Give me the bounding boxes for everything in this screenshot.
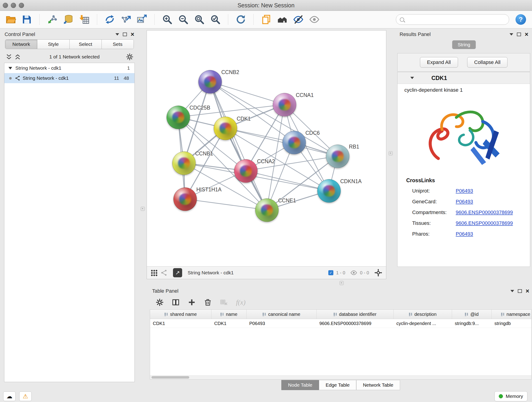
table-cell[interactable]: CDK1 (150, 319, 211, 328)
import-network-database-icon[interactable] (62, 13, 75, 26)
cloud-button[interactable]: ☁ (3, 391, 16, 401)
network-overview-icon[interactable] (161, 269, 167, 276)
column-header-database-identifier[interactable]: database identifier (317, 310, 394, 319)
network-canvas[interactable]: CCNB2CCNA1CDC25BCDK1CDC6RB1CCNB1CCNA2CDK… (147, 31, 386, 266)
crosslink-value-link[interactable]: P06493 (456, 188, 473, 194)
column-header-namespace[interactable]: namespace (492, 310, 532, 319)
crosslink-value-link[interactable]: 9606.ENSP00000378699 (456, 210, 513, 216)
expand-all-button[interactable]: Expand All (420, 57, 458, 68)
hide-selected-icon[interactable] (292, 13, 304, 26)
save-icon[interactable] (21, 13, 33, 26)
tab-string[interactable]: String (452, 40, 476, 49)
table-cell[interactable]: 9606.ENSP00000378699 (317, 319, 394, 328)
panel-close-icon[interactable]: × (526, 288, 529, 294)
network-node-CCNE1[interactable] (255, 198, 279, 222)
network-node-CDK1[interactable] (214, 117, 237, 140)
selected-checkbox-icon[interactable]: ✓ (328, 270, 333, 275)
network-node-CDC25B[interactable] (167, 106, 190, 129)
column-header-@id[interactable]: @id (452, 310, 492, 319)
column-header-name[interactable]: name (211, 310, 247, 319)
tab-node-table[interactable]: Node Table (281, 380, 319, 390)
network-node-CDKN1A[interactable] (317, 179, 341, 203)
delete-column-icon[interactable] (204, 298, 212, 306)
swap-networks-icon[interactable] (104, 13, 116, 26)
zoom-in-icon[interactable] (161, 13, 173, 26)
network-visible-dot[interactable] (9, 77, 12, 80)
panel-float-icon[interactable] (518, 289, 522, 293)
protein-section-header[interactable]: CDK1 (398, 72, 530, 84)
table-cell[interactable]: CDK1 (211, 319, 247, 328)
tab-sets[interactable]: Sets (102, 40, 133, 49)
export-image-icon[interactable] (136, 13, 148, 26)
help-button[interactable]: ? (515, 14, 526, 25)
panel-collapse-icon[interactable] (510, 290, 514, 292)
table-row[interactable]: CDK1CDK1P064939606.ENSP00000378699cyclin… (150, 319, 531, 328)
panel-collapse-icon[interactable] (115, 33, 119, 36)
expand-all-icon[interactable] (14, 53, 21, 60)
panel-close-icon[interactable]: × (131, 32, 134, 38)
table-cell[interactable]: cyclin-dependent ... (394, 319, 452, 328)
table-cell[interactable]: stringdb:9... (452, 319, 492, 328)
fit-content-icon[interactable] (374, 269, 382, 277)
network-node-CCNB1[interactable] (172, 152, 196, 175)
export-network-icon[interactable] (120, 13, 132, 26)
tab-edge-table[interactable]: Edge Table (319, 380, 356, 390)
network-edge[interactable] (225, 128, 337, 156)
network-node-CDC6[interactable] (283, 131, 306, 154)
refresh-icon[interactable] (234, 13, 247, 26)
network-node-HIST1H1A[interactable] (173, 187, 197, 211)
splitter-handle-left[interactable] (141, 207, 145, 211)
hidden-eye-icon[interactable] (350, 269, 357, 276)
open-icon[interactable] (5, 13, 17, 26)
network-node-CCNA2[interactable] (234, 159, 258, 183)
tab-select[interactable]: Select (70, 40, 102, 49)
create-column-icon[interactable] (188, 298, 196, 306)
table-cell[interactable]: P06493 (247, 319, 317, 328)
tab-network-table[interactable]: Network Table (356, 380, 400, 390)
tree-expander-icon[interactable] (8, 67, 12, 70)
scrollbar-thumb[interactable] (152, 376, 189, 379)
network-collection-row[interactable]: String Network - cdk1 1 (4, 63, 134, 73)
column-header-shared-name[interactable]: shared name (150, 310, 211, 319)
zoom-selected-icon[interactable] (209, 13, 222, 26)
network-node-RB1[interactable] (326, 145, 349, 168)
collapse-all-icon[interactable] (6, 53, 12, 60)
warnings-button[interactable]: ⚠ (19, 391, 32, 401)
import-table-icon[interactable] (78, 13, 90, 26)
search-input[interactable] (406, 14, 509, 25)
splitter-handle-bottom[interactable] (340, 281, 344, 285)
zoom-fit-icon[interactable] (193, 13, 206, 26)
section-expander-icon[interactable] (410, 77, 414, 79)
network-node-CCNA1[interactable] (273, 93, 296, 116)
column-header-canonical-name[interactable]: canonical name (247, 310, 317, 319)
column-header-description[interactable]: description (394, 310, 452, 319)
gear-icon[interactable] (156, 298, 164, 306)
crosslink-value-link[interactable]: P06493 (456, 231, 473, 237)
splitter-handle-right[interactable] (389, 151, 393, 155)
horizontal-scrollbar[interactable] (150, 375, 531, 379)
gear-icon[interactable] (126, 53, 133, 61)
panel-float-icon[interactable] (123, 32, 127, 36)
panel-collapse-icon[interactable] (510, 33, 513, 36)
tab-style[interactable]: Style (37, 40, 70, 49)
table-cell[interactable]: stringdb (492, 319, 532, 328)
show-all-icon[interactable] (308, 13, 321, 26)
collapse-all-button[interactable]: Collapse All (467, 57, 508, 68)
show-columns-icon[interactable] (172, 298, 180, 306)
memory-button[interactable]: Memory (494, 391, 527, 401)
network-row-selected[interactable]: String Network - cdk1 11 48 (4, 73, 134, 83)
search-box[interactable] (396, 14, 509, 25)
home-icon[interactable] (276, 13, 288, 26)
import-network-icon[interactable] (46, 13, 58, 26)
copy-icon[interactable] (260, 13, 272, 26)
tab-network[interactable]: Network (5, 40, 37, 49)
zoom-out-icon[interactable] (177, 13, 190, 26)
network-node-CCNB2[interactable] (198, 70, 222, 94)
open-in-new-window-icon[interactable]: ↗ (173, 268, 182, 277)
network-edge[interactable] (185, 199, 267, 210)
panel-close-icon[interactable]: × (525, 32, 528, 38)
crosslink-value-link[interactable]: P06493 (456, 199, 473, 205)
birds-eye-view-icon[interactable] (151, 269, 157, 276)
panel-float-icon[interactable] (517, 32, 521, 36)
crosslink-value-link[interactable]: 9606.ENSP00000378699 (456, 220, 513, 226)
